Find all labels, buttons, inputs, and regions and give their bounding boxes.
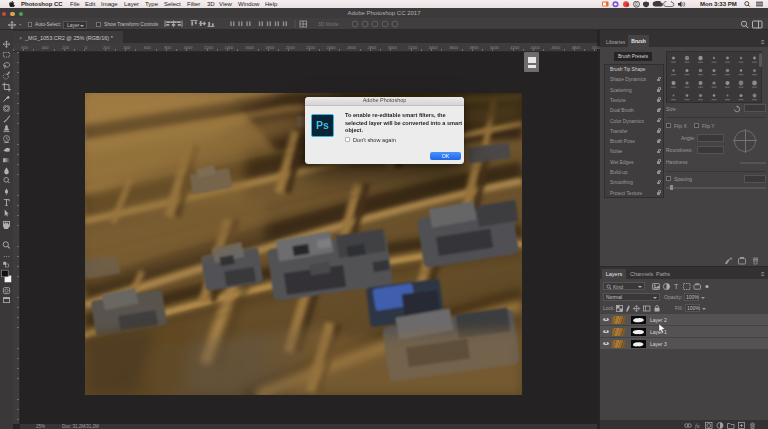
svg-text:fx: fx	[695, 422, 700, 429]
svg-text:0: 0	[635, 2, 638, 7]
svg-text:T: T	[674, 283, 679, 290]
